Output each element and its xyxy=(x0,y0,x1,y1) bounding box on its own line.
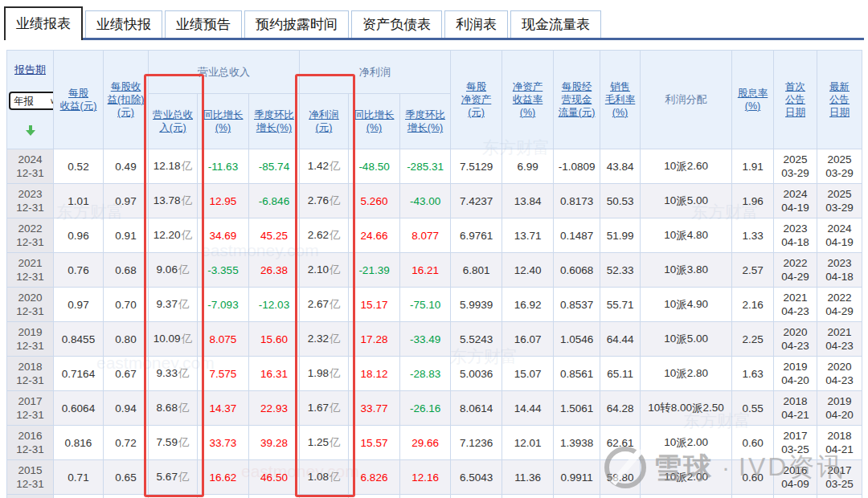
cell-latest-announce: 202304-18 xyxy=(817,253,862,288)
cell-eps: 1.01 xyxy=(54,184,104,218)
chevron-down-icon: ∨ xyxy=(50,95,54,108)
col-header-rev-yoy[interactable]: 同比增长 (%) xyxy=(198,94,249,149)
cell-gross-margin: 64.28 xyxy=(600,391,641,426)
col-header-bvps[interactable]: 每股 净资产 (元) xyxy=(451,51,502,149)
cell-period: 201612-31 xyxy=(7,426,54,460)
cell-dividend-yield: 0.60 xyxy=(732,460,774,495)
cell-eps: 0.8455 xyxy=(54,322,104,357)
col-header-profit[interactable]: 净利润 (元) xyxy=(300,94,349,149)
cell-bvps: 7.1236 xyxy=(451,426,502,460)
cell-latest-announce: 201904-20 xyxy=(817,391,862,426)
cell-eps-deducted: 0.70 xyxy=(104,288,149,322)
tab-3[interactable]: 业绩预告 xyxy=(165,10,242,38)
col-header-roe[interactable]: 净资产 收益率 (%) xyxy=(502,51,554,149)
tab-4[interactable]: 预约披露时间 xyxy=(244,10,349,38)
cell-ocfps: 0.8561 xyxy=(554,357,600,391)
cell-eps: 0.97 xyxy=(54,288,104,322)
period-select[interactable]: 年报 ∨ xyxy=(9,92,54,110)
cell-revenue: 8.68亿 xyxy=(149,391,198,426)
cell-rev-yoy: -7.093 xyxy=(198,288,249,322)
cell-eps-deducted: 0.80 xyxy=(104,322,149,357)
cell-period: 201912-31 xyxy=(7,322,54,357)
table-row: 201712-310.60640.948.68亿14.3722.931.67亿3… xyxy=(7,391,862,426)
cell-dividend: 10派5.00 xyxy=(641,322,732,357)
cell-dividend: 10派5.00 xyxy=(641,184,732,218)
cell-ocfps: 1.5061 xyxy=(554,391,600,426)
cell-dividend: 10派4.80 xyxy=(641,218,732,253)
cell-eps: 0.6064 xyxy=(54,391,104,426)
cell-rev-qoq: 45.25 xyxy=(249,218,300,253)
cell-revenue: 4.86亿 xyxy=(149,495,198,498)
cell-profit: 1.67亿 xyxy=(300,391,349,426)
cell-rev-qoq: 26.38 xyxy=(249,253,300,288)
cell-profit: 2.76亿 xyxy=(300,184,349,218)
cell-dividend-yield: 2.16 xyxy=(732,288,774,322)
cell-eps-deducted: 0.97 xyxy=(104,184,149,218)
cell-rev-qoq: -12.03 xyxy=(249,288,300,322)
cell-profit-qoq: 29.66 xyxy=(400,426,451,460)
cell-dividend-yield: 0.55 xyxy=(732,391,774,426)
cell-roe: 11.36 xyxy=(502,460,554,495)
cell-period: 201412-31 xyxy=(7,495,54,498)
cell-gross-margin: 58.80 xyxy=(600,460,641,495)
col-header-revenue[interactable]: 营业总收 入(元) xyxy=(149,94,198,149)
cell-rev-yoy: -11.63 xyxy=(198,149,249,184)
cell-profit-qoq: -75.10 xyxy=(400,288,451,322)
cell-profit-qoq: 16.21 xyxy=(400,253,451,288)
col-header-eps-deducted[interactable]: 每股收 益(扣除) (元) xyxy=(104,51,149,149)
col-header-rev-qoq[interactable]: 季度环比 增长(%) xyxy=(249,94,300,149)
cell-rev-qoq: 46.50 xyxy=(249,460,300,495)
cell-dividend: 10派2.80 xyxy=(641,357,732,391)
cell-rev-qoq: 15.60 xyxy=(249,322,300,357)
cell-profit: 1.98亿 xyxy=(300,357,349,391)
col-header-eps[interactable]: 每股 收益(元) xyxy=(54,51,104,149)
cell-ocfps: 0.9911 xyxy=(554,460,600,495)
col-header-latest-announce[interactable]: 最新 公告 日期 xyxy=(817,51,862,149)
cell-latest-announce: 202404-19 xyxy=(817,218,862,253)
col-header-first-announce[interactable]: 首次 公告 日期 xyxy=(774,51,817,149)
report-period-link[interactable]: 报告期 xyxy=(9,63,51,76)
col-header-gross-margin[interactable]: 销售 毛利率 (%) xyxy=(600,51,641,149)
cell-rev-yoy: 16.62 xyxy=(198,460,249,495)
cell-first-announce: 202004-23 xyxy=(774,322,817,357)
tab-1[interactable]: 业绩报表 xyxy=(4,6,83,40)
cell-revenue: 9.37亿 xyxy=(149,288,198,322)
tab-2[interactable]: 业绩快报 xyxy=(85,10,162,38)
cell-dividend: 10派2.60 xyxy=(641,149,732,184)
sort-descending-icon[interactable] xyxy=(26,125,35,136)
cell-bvps: 5.5243 xyxy=(451,322,502,357)
cell-dividend: 10派3.80 xyxy=(641,253,732,288)
period-select-value: 年报 xyxy=(14,95,34,108)
table-row: 202412-310.520.4912.18亿-11.63-85.741.42亿… xyxy=(7,149,862,184)
col-header-dividend-yield[interactable]: 股息率 (%) xyxy=(732,51,774,149)
col-header-profit-qoq[interactable]: 季度环比 增长(%) xyxy=(400,94,451,149)
cell-dividend: 10派2.00 xyxy=(641,426,732,460)
cell-profit-yoy: 15.17 xyxy=(349,288,400,322)
cell-rev-qoq: -6.846 xyxy=(249,184,300,218)
cell-latest-announce: 202204-29 xyxy=(817,288,862,322)
cell-eps: 0.52 xyxy=(54,149,104,184)
cell-roe: 12.40 xyxy=(502,253,554,288)
cell-first-announce: 201503-21 xyxy=(774,495,817,498)
cell-profit: 1.08亿 xyxy=(300,460,349,495)
cell-rev-yoy: -3.355 xyxy=(198,253,249,288)
cell-eps-deducted: 0.91 xyxy=(104,218,149,253)
tab-5[interactable]: 资产负债表 xyxy=(351,10,442,38)
cell-latest-announce: 202104-23 xyxy=(817,322,862,357)
tab-7[interactable]: 现金流量表 xyxy=(510,10,601,38)
cell-revenue: 9.33亿 xyxy=(149,357,198,391)
col-header-ocfps[interactable]: 每股经 营现金 流量(元) xyxy=(554,51,600,149)
cell-latest-announce: 201804-21 xyxy=(817,426,862,460)
tab-6[interactable]: 利润表 xyxy=(444,10,508,38)
cell-bvps: 6.9761 xyxy=(451,218,502,253)
cell-dividend: 10派2.00 xyxy=(641,460,732,495)
cell-roe: 13.71 xyxy=(502,218,554,253)
col-header-profit-yoy[interactable]: 同比增长 (%) xyxy=(349,94,400,149)
cell-revenue: 5.67亿 xyxy=(149,460,198,495)
cell-rev-qoq: 39.28 xyxy=(249,426,300,460)
cell-profit: 2.67亿 xyxy=(300,288,349,322)
cell-profit-yoy: 5.260 xyxy=(349,184,400,218)
cell-period: 202212-31 xyxy=(7,218,54,253)
cell-latest-announce: 202503-29 xyxy=(817,184,862,218)
cell-roe: 13.84 xyxy=(502,184,554,218)
